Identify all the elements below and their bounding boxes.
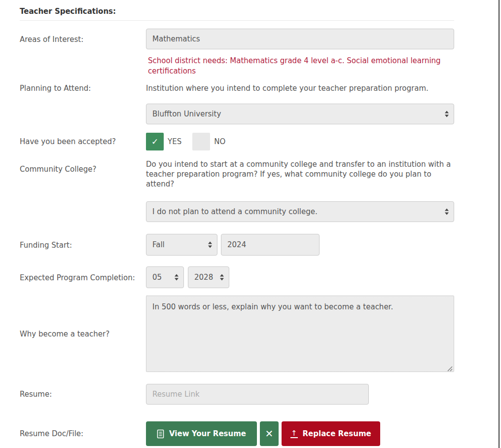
accepted-label: Have you been accepted? (20, 133, 146, 147)
form-panel: Teacher Specifications: Areas of Interes… (0, 0, 500, 448)
community-college-selected-value: I do not plan to attend a community coll… (152, 207, 318, 216)
resume-row: Resume: (20, 384, 454, 405)
document-icon (157, 429, 164, 439)
funding-start-label: Funding Start: (20, 234, 146, 250)
funding-start-row: Funding Start: Fall (20, 234, 454, 256)
check-icon: ✓ (151, 137, 158, 147)
funding-start-year-input[interactable] (221, 234, 320, 256)
section-title: Teacher Specifications: (20, 7, 454, 21)
expected-completion-label: Expected Program Completion: (20, 266, 146, 283)
resume-doc-row: Resume Doc/File: View Your Resume ✕ ↑ (20, 421, 454, 446)
planning-to-attend-row: Planning to Attend: Institution where yo… (20, 83, 454, 124)
replace-resume-button-label: Replace Resume (303, 429, 371, 438)
funding-start-term-select[interactable]: Fall (146, 234, 217, 256)
school-district-needs-note: School district needs: Mathematics grade… (146, 56, 449, 76)
funding-start-term-value: Fall (152, 240, 165, 249)
why-teacher-row: Why become a teacher? In 500 words or le… (20, 296, 454, 374)
why-teacher-textarea[interactable]: In 500 words or less, explain why you wa… (146, 296, 454, 372)
accepted-yes-checkbox[interactable]: ✓ (146, 133, 164, 150)
planning-to-attend-selected-value: Bluffton University (152, 110, 221, 118)
completion-month-value: 05 (152, 273, 162, 282)
view-resume-button-label: View Your Resume (169, 429, 246, 438)
accepted-yes-label: YES (168, 137, 181, 146)
resume-link-input[interactable] (146, 384, 369, 405)
planning-to-attend-helper: Institution where you intend to complete… (146, 83, 454, 93)
resume-label: Resume: (20, 384, 146, 399)
community-college-label: Community College? (20, 159, 146, 174)
view-resume-button[interactable]: View Your Resume (146, 421, 257, 446)
community-college-row: Community College? Do you intend to star… (20, 159, 454, 222)
select-spinner-icon (220, 274, 224, 281)
select-spinner-icon (208, 242, 212, 248)
teacher-specifications-section: Teacher Specifications: Areas of Interes… (0, 0, 454, 446)
remove-resume-button[interactable]: ✕ (260, 421, 279, 446)
community-college-select[interactable]: I do not plan to attend a community coll… (146, 201, 454, 222)
replace-resume-button[interactable]: ↑ Replace Resume (282, 421, 380, 446)
expected-completion-row: Expected Program Completion: 05 2028 (20, 266, 454, 288)
completion-year-value: 2028 (194, 273, 213, 282)
why-teacher-label: Why become a teacher? (20, 296, 146, 339)
completion-year-select[interactable]: 2028 (188, 266, 229, 288)
resume-doc-label: Resume Doc/File: (20, 421, 146, 439)
areas-of-interest-input[interactable] (146, 29, 454, 49)
select-spinner-icon (175, 274, 179, 281)
planning-to-attend-label: Planning to Attend: (20, 83, 146, 93)
select-spinner-icon (445, 209, 449, 215)
areas-of-interest-row: Areas of Interest: School district needs… (20, 29, 454, 76)
accepted-row: Have you been accepted? ✓ YES NO (20, 133, 454, 150)
community-college-helper: Do you intend to start at a community co… (146, 159, 454, 189)
areas-of-interest-label: Areas of Interest: (20, 29, 146, 44)
accepted-no-label: NO (214, 137, 225, 146)
planning-to-attend-select[interactable]: Bluffton University (146, 104, 454, 124)
close-icon: ✕ (265, 428, 274, 440)
upload-icon: ↑ (290, 430, 298, 438)
accepted-no-checkbox[interactable] (192, 133, 210, 150)
completion-month-select[interactable]: 05 (146, 266, 184, 288)
select-spinner-icon (445, 111, 449, 117)
